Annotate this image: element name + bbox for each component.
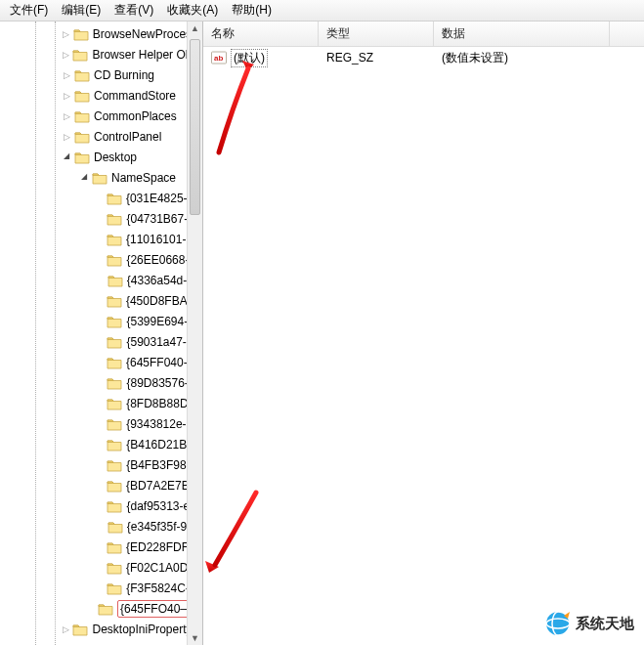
tree-node[interactable]: {e345f35f-939 — [0, 516, 187, 537]
tree-node-label: {031E4825-7B9 — [126, 192, 187, 205]
tree-node-label: {4336a54d-03 — [127, 274, 187, 287]
tree-node[interactable]: DesktopIniPropertyN — [0, 619, 187, 639]
folder-icon — [107, 581, 122, 595]
column-data[interactable]: 数据 — [434, 22, 610, 46]
menu-help[interactable]: 帮助(H) — [226, 0, 278, 21]
tree-node-label: {B416D21B-3F — [126, 438, 187, 452]
toggle-spacer — [96, 254, 105, 266]
annotation-arrow-top — [213, 59, 260, 156]
expand-icon[interactable] — [61, 131, 72, 143]
collapse-icon[interactable] — [78, 172, 90, 184]
tree-node-label: {04731B67-D9 — [126, 212, 187, 226]
values-list[interactable]: ab(默认)REG_SZ(数值未设置) — [203, 47, 644, 68]
toggle-spacer — [96, 500, 105, 512]
tree-node[interactable]: CD Burning — [0, 64, 187, 85]
tree-node[interactable]: {04731B67-D9 — [0, 208, 187, 229]
column-name[interactable]: 名称 — [203, 22, 319, 46]
tree-node[interactable]: Browser Helper Obje — [0, 44, 187, 64]
tree-node[interactable]: {B4FB3F98-C1 — [0, 454, 187, 475]
annotation-arrow-bottom — [205, 489, 264, 579]
menu-file[interactable]: 文件(F) — [4, 0, 54, 21]
folder-icon — [74, 130, 90, 144]
tree-node[interactable]: CommandStore — [0, 85, 187, 106]
tree-node[interactable]: {ED228FDF-9E — [0, 537, 187, 557]
tree-node[interactable]: {F02C1A0D-BE — [0, 557, 187, 578]
expand-icon[interactable] — [61, 49, 70, 61]
toggle-spacer — [96, 398, 105, 409]
tree-node[interactable]: {4336a54d-03 — [0, 270, 187, 290]
tree-node[interactable]: {5399E694-6C — [0, 311, 187, 331]
folder-icon — [107, 335, 122, 349]
toggle-spacer — [96, 275, 106, 286]
menu-favorites[interactable]: 收藏夹(A) — [161, 0, 224, 21]
column-type[interactable]: 类型 — [319, 22, 434, 46]
tree-node[interactable]: {11016101-E36 — [0, 229, 187, 249]
tree-node[interactable]: {450D8FBA-AD — [0, 290, 187, 311]
tree-node[interactable]: {9343812e-1c3 — [0, 413, 187, 434]
column-headers: 名称 类型 数据 — [203, 22, 644, 47]
scroll-thumb[interactable] — [190, 39, 200, 215]
expand-icon[interactable] — [61, 28, 71, 40]
tree-node[interactable]: {645FFO40—— — [0, 598, 187, 619]
tree-node[interactable]: {89D83576-6B — [0, 372, 187, 393]
watermark-text: 系统天地 — [576, 615, 634, 633]
tree-node[interactable]: BrowseNewProcess — [0, 23, 187, 44]
tree-node[interactable]: {645FF040-508 — [0, 352, 187, 372]
collapse-icon[interactable] — [61, 151, 72, 163]
tree-node[interactable]: {8FD8B88D-30 — [0, 393, 187, 413]
tree-node-label: {5399E694-6C — [126, 315, 187, 328]
expand-icon[interactable] — [61, 69, 72, 81]
tree-node-label: DesktopIniPropertyN — [92, 623, 187, 636]
toggle-spacer — [96, 582, 105, 594]
toggle-spacer — [96, 295, 105, 307]
folder-icon — [72, 623, 88, 636]
highlighted-node: {645FFO40—— — [117, 600, 187, 618]
tree-node-label: {11016101-E36 — [126, 233, 187, 246]
tree-node[interactable]: {F3F5824C-AD — [0, 578, 187, 598]
folder-icon — [107, 417, 122, 431]
tree-node[interactable]: {031E4825-7B9 — [0, 188, 187, 208]
folder-icon — [107, 499, 122, 513]
toggle-spacer — [96, 377, 105, 389]
tree-node-label: {645FF040-508 — [126, 356, 187, 369]
folder-icon — [107, 274, 123, 287]
scroll-down-icon[interactable]: ▼ — [189, 631, 202, 645]
folder-icon — [107, 233, 122, 246]
toggle-spacer — [96, 459, 105, 471]
expand-icon[interactable] — [61, 624, 70, 635]
tree-node[interactable]: NameSpace — [0, 167, 187, 188]
folder-icon — [107, 356, 122, 369]
tree-node[interactable]: CommonPlaces — [0, 106, 187, 126]
tree-node[interactable]: {BD7A2E7B-21 — [0, 475, 187, 495]
folder-icon — [107, 315, 122, 328]
folder-icon — [72, 48, 88, 62]
folder-icon — [107, 212, 122, 226]
menu-edit[interactable]: 编辑(E) — [56, 0, 107, 21]
tree-node-label: {ED228FDF-9E — [126, 540, 187, 554]
expand-icon[interactable] — [61, 110, 72, 122]
tree-scrollbar[interactable]: ▲ ▼ — [187, 22, 202, 645]
tree-node[interactable]: {26EE0668-A0 — [0, 249, 187, 270]
tree-node[interactable]: Desktop — [0, 147, 187, 167]
tree-node[interactable]: {B416D21B-3F — [0, 434, 187, 454]
registry-tree[interactable]: BrowseNewProcessBrowser Helper ObjeCD Bu… — [0, 22, 187, 645]
tree-node-label: {26EE0668-A0 — [126, 253, 187, 267]
tree-node-label: {645FFO40—— — [120, 602, 187, 616]
tree-node[interactable]: {59031a47-3f7 — [0, 331, 187, 352]
value-row[interactable]: ab(默认)REG_SZ(数值未设置) — [203, 47, 644, 68]
expand-icon[interactable] — [61, 90, 72, 102]
tree-node[interactable]: {daf95313-e44 — [0, 495, 187, 516]
tree-node-label: {59031a47-3f7 — [126, 335, 187, 349]
tree-node-label: NameSpace — [111, 171, 176, 185]
scroll-up-icon[interactable]: ▲ — [189, 22, 202, 35]
tree-node-label: {daf95313-e44 — [126, 499, 187, 513]
toggle-spacer — [96, 418, 105, 430]
tree-node-label: CommonPlaces — [94, 109, 177, 123]
tree-node-label: CD Burning — [94, 68, 154, 82]
tree-node[interactable]: ControlPanel — [0, 126, 187, 147]
folder-icon — [107, 294, 122, 308]
tree-node[interactable]: DeviceUpdateLocati — [0, 639, 187, 645]
menu-view[interactable]: 查看(V) — [108, 0, 159, 21]
folder-icon — [107, 561, 122, 575]
svg-text:ab: ab — [214, 54, 223, 63]
